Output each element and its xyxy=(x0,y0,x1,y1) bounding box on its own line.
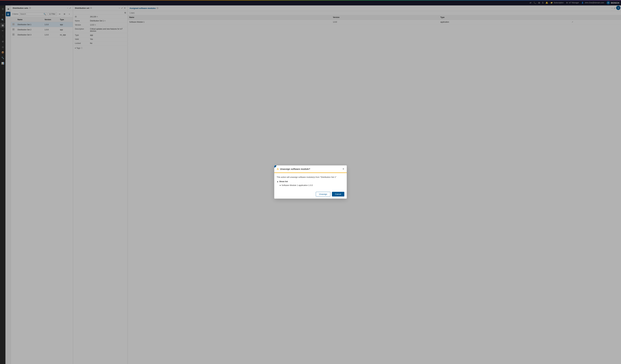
chevron-up-icon: ▲ xyxy=(277,180,279,183)
module-list-item: Software Module 1 application 1.0.0 xyxy=(280,184,344,187)
cancel-button[interactable]: Cancel xyxy=(332,192,344,196)
unassign-button[interactable]: Unassign xyxy=(316,192,330,196)
dialog-title: ⚠ Unassign software module? xyxy=(277,168,310,170)
module-list: Software Module 1 application 1.0.0 xyxy=(277,184,344,187)
show-list-label: Show list xyxy=(279,180,288,183)
dialog-header: ⚠ Unassign software module? ✕ xyxy=(274,165,347,173)
dialog-close-button[interactable]: ✕ xyxy=(342,168,344,170)
dialog-overlay: 2 ⚠ Unassign software module? ✕ This act… xyxy=(0,0,621,364)
dialog-footer: Unassign Cancel xyxy=(274,190,347,199)
dialog-message: This action will unassign software modul… xyxy=(277,176,344,178)
warning-icon: ⚠ xyxy=(277,168,279,170)
show-list-toggle[interactable]: ▲ Show list xyxy=(277,180,344,183)
dialog-body: This action will unassign software modul… xyxy=(274,173,347,190)
dialog-title-text: Unassign software module? xyxy=(280,168,310,170)
unassign-dialog: 2 ⚠ Unassign software module? ✕ This act… xyxy=(274,165,347,199)
